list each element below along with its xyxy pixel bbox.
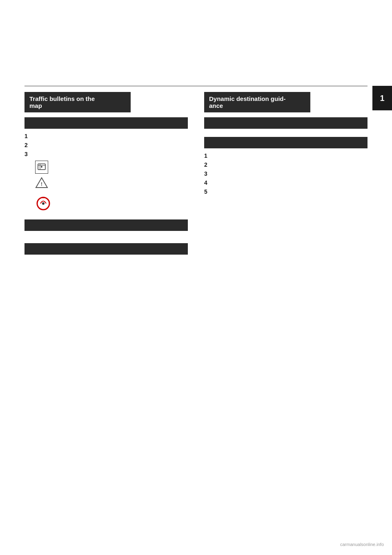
section2-bar	[24, 219, 188, 231]
list-item: 2	[24, 142, 188, 148]
left-column: Traffic bulletins on themap 1 2 3	[24, 92, 188, 259]
warning-triangle-icon: !	[35, 177, 48, 188]
map-icon-row	[35, 161, 188, 174]
list-item: 1	[204, 152, 368, 159]
svg-point-4	[42, 202, 45, 205]
dynamic-destination-title: Dynamic destination guid-ance	[204, 92, 310, 112]
list-item: 3	[24, 151, 188, 157]
list-item: 2	[204, 161, 368, 168]
list-item: 3	[204, 170, 368, 177]
watermark: carmanualsonline.info	[340, 542, 384, 547]
item-number: 2	[24, 142, 31, 148]
right-section2-bar	[204, 137, 368, 148]
map-icon	[35, 161, 48, 174]
traffic-bulletins-bar	[24, 117, 188, 129]
list-item: 1	[24, 133, 188, 139]
item-number: 3	[204, 170, 211, 177]
item-number: 4	[204, 179, 211, 186]
dynamic-dest-bar	[204, 117, 368, 129]
traffic-bulletins-title: Traffic bulletins on themap	[24, 92, 131, 112]
item-number: 1	[204, 152, 211, 159]
item-number: 3	[24, 151, 31, 157]
top-rule	[24, 86, 368, 86]
chapter-tab: 1	[372, 86, 392, 110]
right-column: Dynamic destination guid-ance 1 2 3	[204, 92, 368, 197]
chapter-number: 1	[380, 94, 384, 103]
item-number: 5	[204, 188, 211, 195]
list-item: 5	[204, 188, 368, 195]
item-number: 1	[24, 133, 31, 139]
section3-bar	[24, 243, 188, 255]
warning-icon-row: !	[35, 177, 188, 190]
speed-camera-icon-row	[35, 195, 188, 212]
svg-text:!: !	[41, 181, 42, 187]
list-item: 4	[204, 179, 368, 186]
page: 1 Traffic bulletins on themap 1 2 3	[0, 0, 392, 555]
speed-camera-icon	[35, 195, 51, 211]
item-number: 2	[204, 161, 211, 168]
